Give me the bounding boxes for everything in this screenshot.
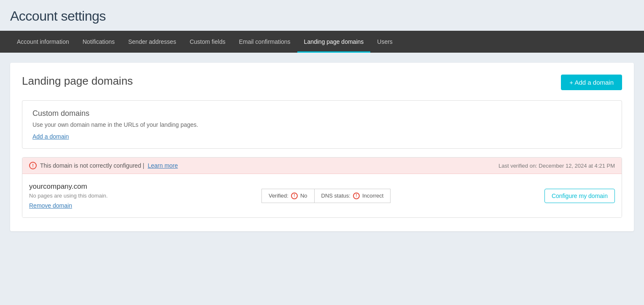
status-badges: Verified: ! No DNS status: ! Incorrect [116,189,536,203]
add-a-domain-link[interactable]: Add a domain [32,133,69,140]
warning-message: ! This domain is not correctly configure… [29,162,178,169]
warning-text: This domain is not correctly configured … [40,162,144,169]
tab-email-confirmations[interactable]: Email confirmations [232,31,297,53]
content-card: Landing page domains + Add a domain Cust… [10,63,634,231]
dns-error-icon: ! [353,193,360,199]
dns-value: Incorrect [362,193,384,199]
verified-value: No [300,193,307,199]
tab-notifications[interactable]: Notifications [76,31,121,53]
verified-badge: Verified: ! No [261,189,314,203]
domain-warning-bar: ! This domain is not correctly configure… [22,158,622,174]
page-title: Account settings [10,8,634,24]
section-title: Landing page domains [22,75,133,88]
domain-name: yourcompany.com [29,182,108,191]
tab-users[interactable]: Users [370,31,399,53]
add-a-domain-button[interactable]: + Add a domain [561,75,622,90]
domain-details: yourcompany.com No pages are using this … [22,174,622,217]
learn-more-link[interactable]: Learn more [148,162,178,169]
no-pages-text: No pages are using this domain. [29,193,108,199]
card-header: Landing page domains + Add a domain [22,75,622,90]
domain-row: yourcompany.com No pages are using this … [29,182,615,209]
custom-domains-title: Custom domains [32,109,612,118]
configure-my-domain-button[interactable]: Configure my domain [544,189,615,203]
dns-label: DNS status: [321,193,350,199]
tab-custom-fields[interactable]: Custom fields [183,31,232,53]
remove-domain-link[interactable]: Remove domain [29,202,72,209]
domain-entry: ! This domain is not correctly configure… [22,157,622,218]
tab-landing-page-domains[interactable]: Landing page domains [297,31,371,53]
navigation-bar: Account information Notifications Sender… [0,31,644,53]
last-verified-text: Last verified on: December 12, 2024 at 4… [498,163,615,169]
dns-status-badge: DNS status: ! Incorrect [314,189,391,203]
verified-label: Verified: [269,193,288,199]
domain-info: yourcompany.com No pages are using this … [29,182,108,209]
verified-error-icon: ! [291,193,298,199]
custom-domains-description: Use your own domain name in the URLs of … [32,121,612,128]
tab-account-information[interactable]: Account information [10,31,76,53]
tab-sender-addresses[interactable]: Sender addresses [121,31,183,53]
custom-domains-box: Custom domains Use your own domain name … [22,100,622,149]
warning-icon: ! [29,162,37,169]
